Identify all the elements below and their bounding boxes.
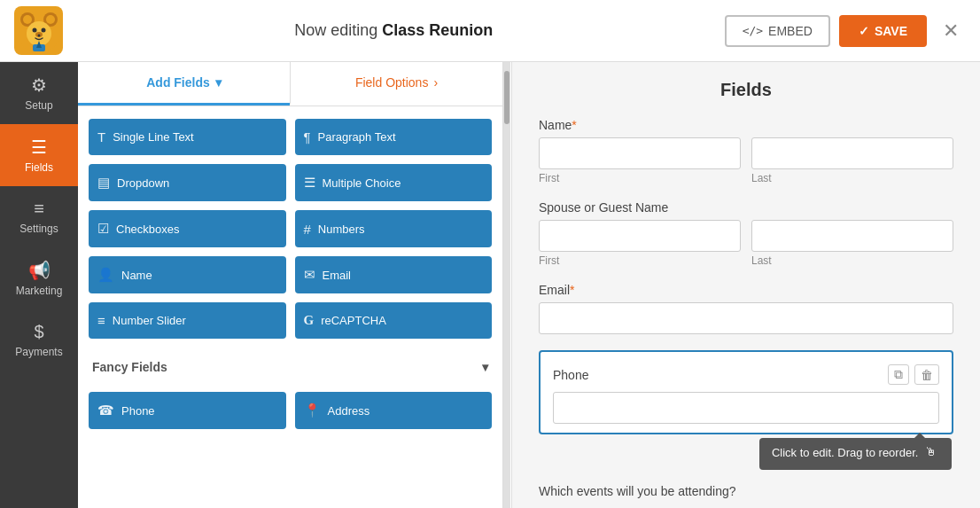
fields-icon: ☰	[31, 137, 47, 158]
field-btn-multiple-choice[interactable]: ☰ Multiple Choice	[295, 164, 493, 201]
person-icon: 👤	[97, 267, 114, 283]
sidebar-item-label: Setup	[25, 99, 52, 112]
spouse-first-sublabel: First	[539, 254, 741, 267]
tab-field-options[interactable]: Field Options ›	[290, 62, 502, 106]
checkmark-icon: ✓	[859, 24, 869, 38]
which-events-label: Which events will you be attending?	[539, 484, 953, 498]
phone-label-row: Phone ⧉ 🗑	[553, 364, 939, 385]
field-btn-name[interactable]: 👤 Name	[89, 256, 286, 293]
delete-phone-button[interactable]: 🗑	[914, 364, 939, 385]
form-preview: Fields Name* First Last Spouse or Guest …	[512, 62, 980, 508]
field-btn-email[interactable]: ✉ Email	[295, 256, 493, 293]
panel-tabs: Add Fields ▾ Field Options ›	[78, 62, 502, 106]
svg-point-9	[37, 34, 40, 36]
chevron-down-icon: ▾	[482, 360, 488, 374]
fields-grid: T Single Line Text ¶ Paragraph Text ▤ Dr…	[89, 119, 492, 339]
marketing-icon: 📢	[28, 260, 51, 281]
payments-icon: $	[34, 322, 43, 342]
chevron-right-icon: ›	[433, 75, 438, 90]
spouse-first-input[interactable]	[539, 220, 741, 252]
text-icon: T	[97, 129, 105, 145]
form-label-spouse: Spouse or Guest Name	[539, 200, 953, 215]
fancy-fields-label: Fancy Fields	[92, 360, 167, 374]
form-section-title: Fields	[539, 80, 953, 100]
form-col-spouse-first: First	[539, 220, 741, 267]
top-bar: Now editing Class Reunion </> EMBED ✓ SA…	[0, 0, 980, 62]
embed-code-icon: </>	[743, 24, 763, 37]
form-col-first-name: First	[539, 137, 741, 184]
save-button[interactable]: ✓ SAVE	[839, 15, 927, 47]
form-row-name: First Last	[539, 137, 953, 184]
fields-scroll[interactable]: T Single Line Text ¶ Paragraph Text ▤ Dr…	[78, 106, 502, 508]
last-sublabel: Last	[751, 172, 953, 184]
sidebar-item-label: Marketing	[16, 285, 63, 297]
sidebar-item-label: Settings	[19, 223, 58, 235]
sidebar-item-marketing[interactable]: 📢 Marketing	[0, 247, 78, 309]
dropdown-icon: ▤	[97, 175, 110, 191]
form-field-email: Email*	[539, 283, 953, 334]
top-bar-actions: </> EMBED ✓ SAVE ✕	[725, 15, 966, 47]
app-logo	[14, 6, 63, 55]
tooltip-edit-drag: Click to edit. Drag to reorder. 🖱	[759, 438, 952, 470]
first-name-input[interactable]	[539, 137, 741, 169]
field-btn-phone[interactable]: ☎ Phone	[89, 392, 286, 429]
svg-point-4	[46, 15, 55, 24]
page-title: Now editing Class Reunion	[63, 21, 725, 40]
field-btn-checkboxes[interactable]: ☑ Checkboxes	[89, 210, 286, 247]
field-btn-dropdown[interactable]: ▤ Dropdown	[89, 164, 286, 201]
cursor-icon: 🖱	[925, 445, 939, 463]
email-input[interactable]	[539, 302, 953, 334]
form-label-name: Name*	[539, 118, 953, 132]
spouse-last-sublabel: Last	[751, 254, 953, 267]
form-col-last-name: Last	[751, 137, 953, 184]
main-layout: ⚙ Setup ☰ Fields ≡ Settings 📢 Marketing …	[0, 62, 980, 508]
field-btn-single-line-text[interactable]: T Single Line Text	[89, 119, 286, 155]
field-btn-numbers[interactable]: # Numbers	[295, 210, 493, 247]
phone-field-actions: ⧉ 🗑	[888, 364, 939, 385]
form-field-spouse: Spouse or Guest Name First Last	[539, 200, 953, 267]
fancy-fields-header[interactable]: Fancy Fields ▾	[89, 351, 492, 383]
checkbox-icon: ☑	[97, 221, 109, 237]
sidebar-item-payments[interactable]: $ Payments	[0, 309, 78, 371]
phone-input[interactable]	[553, 392, 939, 424]
phone-icon: ☎	[97, 402, 114, 418]
form-row-spouse: First Last	[539, 220, 953, 267]
svg-point-6	[32, 27, 36, 32]
svg-point-7	[41, 27, 45, 32]
fields-panel: Add Fields ▾ Field Options › T Single Li…	[78, 62, 503, 508]
tab-add-fields[interactable]: Add Fields ▾	[78, 62, 290, 106]
field-btn-recaptcha[interactable]: G reCAPTCHA	[295, 302, 493, 339]
spouse-last-input[interactable]	[751, 220, 953, 252]
field-btn-number-slider[interactable]: ≡ Number Slider	[89, 302, 286, 339]
form-field-name: Name* First Last	[539, 118, 953, 184]
copy-phone-button[interactable]: ⧉	[888, 364, 909, 385]
field-btn-address[interactable]: 📍 Address	[295, 392, 493, 429]
recaptcha-icon: G	[304, 313, 315, 328]
fancy-fields-grid: ☎ Phone 📍 Address	[89, 383, 492, 429]
sidebar-item-setup[interactable]: ⚙ Setup	[0, 62, 78, 124]
sidebar-item-fields[interactable]: ☰ Fields	[0, 124, 78, 186]
chevron-down-icon: ▾	[215, 75, 222, 90]
number-icon: #	[304, 222, 311, 237]
multiple-choice-icon: ☰	[304, 175, 315, 191]
settings-icon: ≡	[34, 199, 44, 219]
form-label-email: Email*	[539, 283, 953, 297]
sidebar-item-label: Fields	[25, 161, 53, 174]
paragraph-icon: ¶	[304, 129, 311, 145]
sidebar-item-label: Payments	[15, 346, 62, 358]
first-sublabel: First	[539, 172, 741, 184]
embed-button[interactable]: </> EMBED	[725, 15, 830, 47]
scroll-thumb	[504, 71, 509, 124]
form-field-phone[interactable]: Phone ⧉ 🗑 Click to edit. Drag to reorder…	[539, 350, 953, 434]
sidebar-item-settings[interactable]: ≡ Settings	[0, 186, 78, 247]
left-nav: ⚙ Setup ☰ Fields ≡ Settings 📢 Marketing …	[0, 62, 78, 508]
email-icon: ✉	[304, 267, 315, 283]
last-name-input[interactable]	[751, 137, 953, 169]
scroll-bar[interactable]	[503, 62, 510, 508]
gear-icon: ⚙	[31, 74, 47, 96]
form-col-spouse-last: Last	[751, 220, 953, 267]
field-btn-paragraph-text[interactable]: ¶ Paragraph Text	[295, 119, 493, 155]
close-button[interactable]: ✕	[936, 16, 966, 46]
slider-icon: ≡	[97, 313, 105, 328]
address-icon: 📍	[304, 402, 321, 418]
